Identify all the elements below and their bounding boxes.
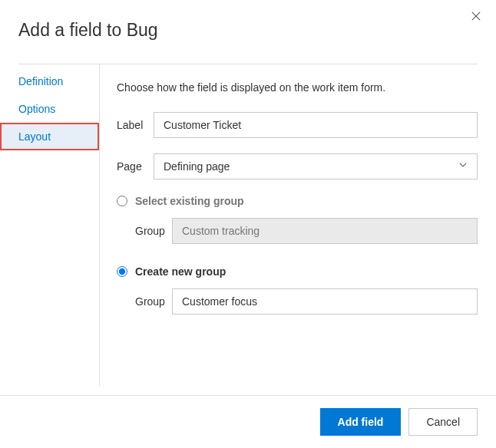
existing-group-radio-row: Select existing group [117, 195, 478, 207]
dialog-footer: Add field Cancel [0, 395, 496, 448]
new-group-label: Group [135, 295, 172, 308]
existing-group-radio[interactable] [117, 196, 127, 206]
add-field-button[interactable]: Add field [320, 408, 402, 436]
tab-options[interactable]: Options [0, 95, 99, 123]
label-field-label: Label [117, 119, 154, 131]
dialog-title: Add a field to Bug [0, 0, 496, 64]
page-field-label: Page [117, 160, 154, 173]
cancel-button[interactable]: Cancel [408, 408, 478, 436]
existing-group-label: Group [135, 225, 172, 237]
existing-group-input [172, 218, 478, 244]
new-group-row: Group [135, 288, 478, 315]
page-select-input[interactable] [154, 153, 478, 180]
page-row: Page [117, 153, 478, 180]
existing-group-radio-label: Select existing group [135, 195, 244, 207]
page-select[interactable] [154, 153, 478, 180]
new-group-input[interactable] [172, 288, 478, 315]
new-group-radio[interactable] [117, 266, 127, 277]
new-group-radio-row: Create new group [117, 265, 478, 278]
tab-layout[interactable]: Layout [0, 123, 99, 150]
close-icon [471, 11, 481, 23]
add-field-dialog: Add a field to Bug Definition Options La… [0, 0, 496, 448]
dialog-content: Definition Options Layout Choose how the… [0, 64, 496, 386]
panel-description: Choose how the field is displayed on the… [117, 81, 478, 94]
tabs-nav: Definition Options Layout [0, 64, 100, 386]
close-button[interactable] [467, 8, 485, 26]
label-row: Label [117, 112, 478, 138]
tab-definition[interactable]: Definition [0, 68, 99, 95]
label-input[interactable] [154, 112, 478, 138]
new-group-radio-label: Create new group [135, 265, 226, 278]
existing-group-row: Group [135, 218, 478, 244]
layout-panel: Choose how the field is displayed on the… [100, 64, 496, 386]
